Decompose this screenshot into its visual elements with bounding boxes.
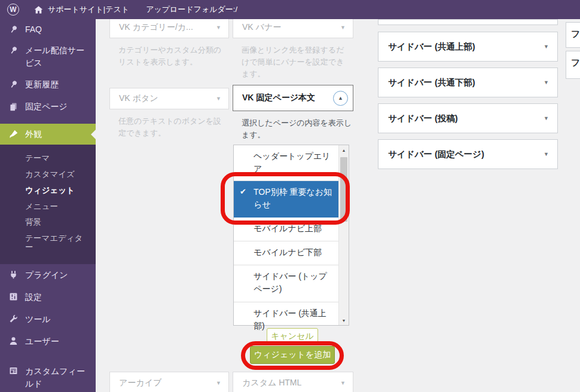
widget-area-sidebar-common-bottom[interactable]: サイドバー (共通下部) ▼	[378, 68, 558, 97]
widget-area-title: サイドバー (固定ページ)	[388, 149, 484, 160]
upload-folder-label: アップロードフォルダー:/	[146, 4, 237, 15]
sidebar-item-tools[interactable]: ツール	[0, 308, 96, 330]
admin-bar: W サポートサイト|テスト アップロードフォルダー:/	[0, 0, 580, 19]
chevron-down-icon[interactable]: ▼	[216, 24, 221, 30]
chevron-down-icon[interactable]: ▼	[544, 115, 549, 121]
upload-folder-item[interactable]: アップロードフォルダー:/	[136, 0, 245, 19]
sidebar-item-update-history[interactable]: 更新履歴	[0, 74, 96, 96]
chevron-up-icon: ▲	[338, 95, 343, 101]
sidebar-item-label: 外観	[25, 128, 42, 140]
pages-icon	[7, 100, 19, 112]
admin-sidebar: FAQ メール配信サービス 更新履歴 固定ページ 外観 テーマ カスタマイズ ウ…	[0, 19, 96, 392]
chevron-down-icon[interactable]: ▼	[340, 24, 346, 30]
widget-vk-fixed-page-body[interactable]: VK 固定ページ本文 ▲	[233, 85, 353, 111]
widget-description: カテゴリーやカスタム分類のリストを表示します。	[118, 44, 225, 68]
pin-icon	[7, 78, 19, 90]
collapse-toggle-button[interactable]: ▲	[333, 91, 348, 106]
pin-icon	[7, 44, 19, 56]
pin-icon	[7, 23, 19, 35]
home-icon	[33, 5, 44, 15]
wp-logo-menu[interactable]: W	[0, 0, 26, 19]
chevron-down-icon[interactable]: ▼	[544, 79, 549, 85]
widget-area-partial[interactable]	[378, 19, 558, 25]
sidebar-item-pages[interactable]: 固定ページ	[0, 96, 96, 118]
settings-icon	[7, 291, 19, 303]
submenu-item-widgets[interactable]: ウィジェット	[0, 183, 96, 199]
sidebar-item-label: メール配信サービス	[25, 44, 91, 69]
submenu-item-customize[interactable]: カスタマイズ	[0, 167, 96, 183]
widget-vk-category[interactable]: VK カテゴリー/カ... ▼	[109, 19, 229, 38]
site-name: サポートサイト|テスト	[48, 4, 129, 15]
appearance-submenu: テーマ カスタマイズ ウィジェット メニュー 背景 テーマエディター	[0, 145, 96, 264]
add-widget-button[interactable]: ウィジェットを追加	[250, 346, 335, 364]
sidebar-item-settings[interactable]: 設定	[0, 286, 96, 308]
widget-area-title: サイドバー (共通上部)	[388, 41, 475, 53]
sidebar-item-custom-fields[interactable]: カスタムフィールド	[0, 361, 96, 392]
widget-area-sidebar-post[interactable]: サイドバー (投稿) ▼	[378, 103, 558, 133]
plugin-icon	[7, 269, 19, 281]
sidebar-item-mail-service[interactable]: メール配信サービス	[0, 40, 96, 74]
chevron-down-icon[interactable]: ▼	[216, 96, 221, 102]
brush-icon	[7, 128, 19, 140]
destination-options: ヘッダートップエリア ✔ TOP別枠 重要なお知らせ モバイルナビ上部 モバイル…	[234, 145, 338, 325]
sidebar-item-label: 固定ページ	[25, 100, 68, 113]
custom-fields-icon	[7, 365, 19, 377]
destination-option-sidebar-top-page[interactable]: サイドバー (トップページ)	[234, 265, 338, 302]
widget-area-sidebar-page[interactable]: サイドバー (固定ページ) ▼	[378, 139, 558, 169]
widget-custom-html[interactable]: カスタム HTML ▼	[233, 372, 353, 392]
wordpress-logo-icon: W	[7, 4, 19, 16]
submenu-item-background[interactable]: 背景	[0, 215, 96, 231]
option-label: TOP別枠 重要なお知らせ	[254, 187, 332, 209]
scroll-up-icon[interactable]: ▲	[339, 145, 349, 155]
scrollbar-thumb[interactable]	[340, 157, 347, 222]
widget-area-edge-1[interactable]: フ	[566, 22, 580, 48]
sidebar-item-appearance[interactable]: 外観	[0, 124, 96, 145]
menu-separator	[0, 353, 96, 361]
destination-option-sidebar-common-top[interactable]: サイドバー (共通上部)	[234, 302, 338, 325]
sidebar-item-faq[interactable]: FAQ	[0, 19, 96, 40]
submenu-item-themes[interactable]: テーマ	[0, 151, 96, 167]
widget-vk-button[interactable]: VK ボタン ▼	[109, 88, 229, 109]
sidebar-item-label: プラグイン	[25, 269, 68, 281]
widget-destination-list: ヘッダートップエリア ✔ TOP別枠 重要なお知らせ モバイルナビ上部 モバイル…	[233, 145, 349, 326]
destination-option-header-top[interactable]: ヘッダートップエリア	[234, 145, 338, 181]
widget-title: アーカイブ	[119, 378, 161, 388]
widget-area-title: フ	[571, 29, 580, 39]
destination-option-mobile-nav-top[interactable]: モバイルナビ上部	[234, 218, 338, 241]
chevron-down-icon[interactable]: ▼	[544, 44, 549, 50]
widget-vk-banner[interactable]: VK バナー ▼	[233, 19, 353, 38]
chevron-down-icon[interactable]: ▼	[216, 380, 221, 386]
widget-description: 画像とリンク先を登録するだけで簡単にバナーを設定できます。	[242, 44, 350, 80]
sidebar-item-label: カスタムフィールド	[25, 365, 91, 390]
check-icon: ✔	[240, 186, 246, 198]
widget-title: VK カテゴリー/カ...	[119, 22, 193, 33]
sidebar-item-plugins[interactable]: プラグイン	[0, 264, 96, 286]
option-label: ヘッダートップエリア	[254, 151, 331, 173]
widget-area-edge-2[interactable]: フ	[566, 51, 580, 79]
widget-title: VK 固定ページ本文	[242, 93, 315, 103]
sidebar-item-label: ツール	[25, 313, 51, 326]
sidebar-item-label: 更新履歴	[25, 78, 59, 91]
users-icon	[7, 335, 19, 347]
submenu-item-menus[interactable]: メニュー	[0, 199, 96, 215]
chevron-down-icon[interactable]: ▼	[544, 151, 549, 157]
sidebar-item-label: FAQ	[25, 23, 42, 36]
sidebar-item-users[interactable]: ユーザー	[0, 330, 96, 353]
widgets-admin-content: VK カテゴリー/カ... ▼ カテゴリーやカスタム分類のリストを表示します。 …	[96, 19, 580, 392]
list-scrollbar[interactable]: ▲ ▼	[338, 145, 349, 325]
site-name-menu[interactable]: サポートサイト|テスト	[26, 0, 136, 19]
destination-option-mobile-nav-bottom[interactable]: モバイルナビ下部	[234, 241, 338, 265]
submenu-item-theme-editor[interactable]: テーマエディター	[0, 231, 96, 256]
scroll-down-icon[interactable]: ▼	[339, 316, 349, 325]
cancel-button-label: キャンセル	[271, 331, 314, 342]
widget-description: 任意のテキストのボタンを設定できます。	[118, 115, 225, 139]
sidebar-item-label: 設定	[25, 291, 42, 304]
widget-area-sidebar-common-top[interactable]: サイドバー (共通上部) ▼	[378, 32, 558, 62]
widget-title: VK バナー	[242, 22, 281, 33]
widget-archive[interactable]: アーカイブ ▼	[109, 372, 229, 392]
destination-option-top-notice[interactable]: ✔ TOP別枠 重要なお知らせ	[234, 181, 338, 218]
cancel-button[interactable]: キャンセル	[267, 328, 318, 345]
chevron-down-icon[interactable]: ▼	[340, 380, 346, 386]
option-label: モバイルナビ下部	[254, 247, 322, 257]
option-label: モバイルナビ上部	[254, 223, 322, 233]
